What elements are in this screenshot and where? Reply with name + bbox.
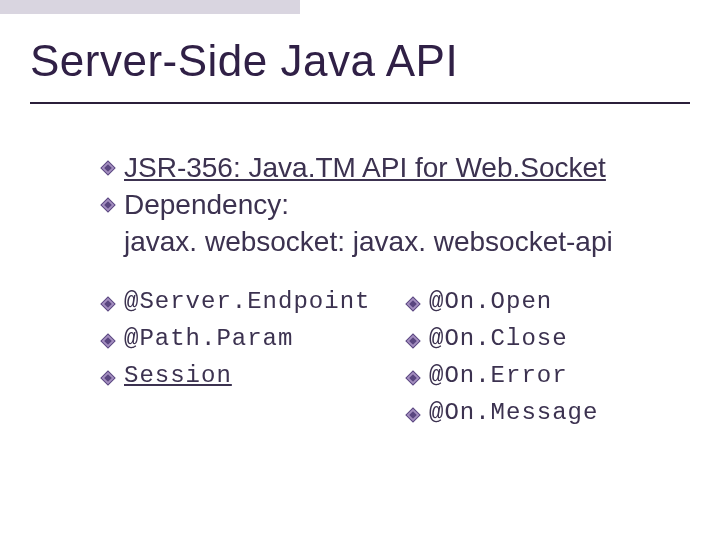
list-item: @Server.Endpoint bbox=[100, 288, 395, 315]
main-content: JSR-356: Java.TM API for Web.Socket Depe… bbox=[100, 150, 690, 273]
diamond-bullet-icon bbox=[100, 333, 116, 349]
code-label: @Server.Endpoint bbox=[124, 288, 370, 315]
list-item: @On.Error bbox=[405, 362, 700, 389]
diamond-bullet-icon bbox=[100, 160, 116, 176]
bullet-item: Dependency: bbox=[100, 187, 690, 222]
code-columns: @Server.Endpoint @Path.Param bbox=[100, 288, 700, 436]
list-item: @On.Open bbox=[405, 288, 700, 315]
bullet-subtext: javax. websocket: javax. websocket-api bbox=[124, 224, 690, 259]
list-item: Session bbox=[100, 362, 395, 389]
bullet-text: Dependency: bbox=[124, 187, 289, 222]
code-label: @On.Error bbox=[429, 362, 568, 389]
diamond-bullet-icon bbox=[405, 296, 421, 312]
diamond-bullet-icon bbox=[100, 370, 116, 386]
code-label-link[interactable]: Session bbox=[124, 362, 232, 389]
diamond-bullet-icon bbox=[405, 333, 421, 349]
slide: Server-Side Java API JSR-356: Java.TM AP… bbox=[0, 0, 720, 540]
diamond-bullet-icon bbox=[100, 197, 116, 213]
top-accent-bar bbox=[0, 0, 300, 14]
code-label: @On.Close bbox=[429, 325, 568, 352]
code-label: @Path.Param bbox=[124, 325, 293, 352]
left-column: @Server.Endpoint @Path.Param bbox=[100, 288, 395, 436]
list-item: @Path.Param bbox=[100, 325, 395, 352]
diamond-bullet-icon bbox=[405, 407, 421, 423]
code-label: @On.Open bbox=[429, 288, 552, 315]
right-column: @On.Open @On.Close @On.E bbox=[395, 288, 700, 436]
list-item: @On.Message bbox=[405, 399, 700, 426]
bullet-item: JSR-356: Java.TM API for Web.Socket bbox=[100, 150, 690, 185]
code-label: @On.Message bbox=[429, 399, 598, 426]
diamond-bullet-icon bbox=[100, 296, 116, 312]
bullet-text-link[interactable]: JSR-356: Java.TM API for Web.Socket bbox=[124, 150, 606, 185]
diamond-bullet-icon bbox=[405, 370, 421, 386]
list-item: @On.Close bbox=[405, 325, 700, 352]
title-rule bbox=[30, 102, 690, 104]
slide-title: Server-Side Java API bbox=[30, 36, 458, 86]
